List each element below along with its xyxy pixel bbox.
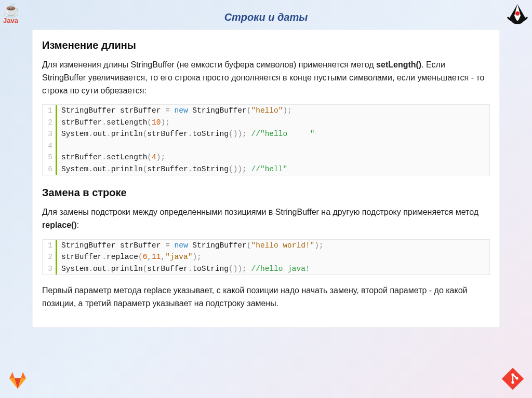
code-content: System.out.println(strBuffer.toString())… [57,163,287,175]
text: : [77,221,79,229]
code-content: StringBuffer strBuffer = new StringBuffe… [57,240,324,251]
slide-title: Строки и даты [0,0,532,23]
code-content: strBuffer.setLength(10); [57,117,170,128]
heading-change-length: Изменение длины [42,37,490,53]
code-line: 3System.out.println(strBuffer.toString()… [43,263,489,275]
code-line: 1StringBuffer strBuffer = new StringBuff… [43,105,489,116]
code-line: 2strBuffer.replace(6,11,"java"); [43,251,489,263]
code-content: strBuffer.setLength(4); [57,152,165,163]
code-line: 3System.out.println(strBuffer.toString()… [43,128,489,140]
line-number: 5 [43,152,57,163]
text: Для замены подстроки между определенными… [42,208,478,216]
duke-mascot-icon [506,3,529,26]
line-number: 1 [43,105,57,116]
content-card: Изменение длины Для изменения длины Stri… [32,30,500,327]
gitlab-icon [8,371,27,390]
code-content [57,140,66,152]
paragraph-replace: Для замены подстроки между определенными… [42,206,490,232]
method-name: replace() [42,221,77,229]
line-number: 4 [43,140,57,152]
paragraph-footer: Первый параметр метода replace указывает… [42,284,490,310]
code-content: strBuffer.replace(6,11,"java"); [57,251,202,263]
text: Для изменения длины StringBuffer (не емк… [42,60,376,69]
java-cup-icon: ☕ [3,3,25,17]
line-number: 2 [43,117,57,128]
paragraph-change-length: Для изменения длины StringBuffer (не емк… [42,59,490,97]
line-number: 3 [43,263,57,275]
svg-point-0 [515,11,520,16]
code-line: 4 [43,140,489,152]
java-logo-icon: ☕ Java [3,3,25,24]
line-number: 3 [43,128,57,140]
code-block-1: 1StringBuffer strBuffer = new StringBuff… [42,104,490,175]
heading-replace: Замена в строке [42,185,490,201]
code-block-2: 1StringBuffer strBuffer = new StringBuff… [42,239,490,275]
code-content: StringBuffer strBuffer = new StringBuffe… [57,105,292,116]
line-number: 1 [43,240,57,251]
git-icon [502,368,524,390]
method-name: setLength() [376,60,421,69]
code-line: 5strBuffer.setLength(4); [43,152,489,163]
code-content: System.out.println(strBuffer.toString())… [57,263,310,275]
code-line: 6System.out.println(strBuffer.toString()… [43,163,489,175]
line-number: 2 [43,251,57,263]
code-line: 1StringBuffer strBuffer = new StringBuff… [43,240,489,251]
java-text: Java [3,17,25,24]
code-line: 2strBuffer.setLength(10); [43,117,489,128]
line-number: 6 [43,163,57,175]
code-content: System.out.println(strBuffer.toString())… [57,128,314,140]
